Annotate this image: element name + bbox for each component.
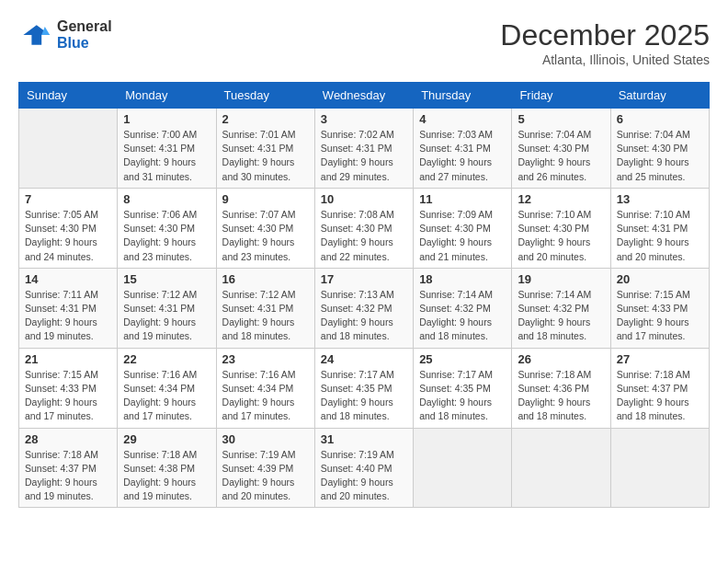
calendar-cell: 28Sunrise: 7:18 AMSunset: 4:37 PMDayligh… <box>19 428 118 508</box>
calendar-cell: 1Sunrise: 7:00 AMSunset: 4:31 PMDaylight… <box>118 109 216 189</box>
calendar-cell: 17Sunrise: 7:13 AMSunset: 4:32 PMDayligh… <box>314 268 413 348</box>
day-number: 25 <box>419 352 506 366</box>
day-info: Sunrise: 7:17 AMSunset: 4:35 PMDaylight:… <box>419 368 506 424</box>
day-number: 7 <box>25 192 111 206</box>
title-area: December 2025 Atlanta, Illinois, United … <box>500 18 710 67</box>
page-header: General Blue December 2025 Atlanta, Illi… <box>18 18 710 67</box>
day-info: Sunrise: 7:04 AMSunset: 4:30 PMDaylight:… <box>617 128 703 184</box>
day-info: Sunrise: 7:12 AMSunset: 4:31 PMDaylight:… <box>123 288 210 344</box>
day-info: Sunrise: 7:18 AMSunset: 4:36 PMDaylight:… <box>518 368 604 424</box>
month-title: December 2025 <box>500 18 710 52</box>
day-info: Sunrise: 7:16 AMSunset: 4:34 PMDaylight:… <box>222 368 309 424</box>
day-number: 20 <box>617 272 703 286</box>
day-info: Sunrise: 7:18 AMSunset: 4:37 PMDaylight:… <box>617 368 703 424</box>
calendar-cell <box>610 428 709 508</box>
day-number: 8 <box>123 192 210 206</box>
day-number: 30 <box>222 432 309 446</box>
calendar-cell: 20Sunrise: 7:15 AMSunset: 4:33 PMDayligh… <box>610 268 709 348</box>
day-info: Sunrise: 7:06 AMSunset: 4:30 PMDaylight:… <box>123 208 210 264</box>
day-number: 18 <box>419 272 506 286</box>
day-info: Sunrise: 7:01 AMSunset: 4:31 PMDaylight:… <box>222 128 309 184</box>
calendar-cell: 23Sunrise: 7:16 AMSunset: 4:34 PMDayligh… <box>216 348 314 428</box>
calendar-cell: 3Sunrise: 7:02 AMSunset: 4:31 PMDaylight… <box>314 109 413 189</box>
day-info: Sunrise: 7:15 AMSunset: 4:33 PMDaylight:… <box>617 288 703 344</box>
day-number: 9 <box>222 192 309 206</box>
calendar-cell: 27Sunrise: 7:18 AMSunset: 4:37 PMDayligh… <box>610 348 709 428</box>
day-info: Sunrise: 7:15 AMSunset: 4:33 PMDaylight:… <box>25 368 111 424</box>
day-info: Sunrise: 7:18 AMSunset: 4:37 PMDaylight:… <box>25 448 111 504</box>
day-number: 28 <box>25 432 111 446</box>
day-info: Sunrise: 7:18 AMSunset: 4:38 PMDaylight:… <box>123 448 210 504</box>
day-info: Sunrise: 7:03 AMSunset: 4:31 PMDaylight:… <box>419 128 506 184</box>
calendar-table: SundayMondayTuesdayWednesdayThursdayFrid… <box>18 82 710 508</box>
day-info: Sunrise: 7:09 AMSunset: 4:30 PMDaylight:… <box>419 208 506 264</box>
day-info: Sunrise: 7:14 AMSunset: 4:32 PMDaylight:… <box>518 288 604 344</box>
day-info: Sunrise: 7:19 AMSunset: 4:39 PMDaylight:… <box>222 448 309 504</box>
day-number: 11 <box>419 192 506 206</box>
weekday-header-sunday: Sunday <box>19 83 118 109</box>
calendar-cell <box>512 428 610 508</box>
day-number: 26 <box>518 352 604 366</box>
calendar-cell: 15Sunrise: 7:12 AMSunset: 4:31 PMDayligh… <box>118 268 216 348</box>
day-number: 23 <box>222 352 309 366</box>
calendar-week-4: 21Sunrise: 7:15 AMSunset: 4:33 PMDayligh… <box>19 348 710 428</box>
location-title: Atlanta, Illinois, United States <box>500 52 710 67</box>
day-info: Sunrise: 7:10 AMSunset: 4:30 PMDaylight:… <box>518 208 604 264</box>
day-info: Sunrise: 7:00 AMSunset: 4:31 PMDaylight:… <box>123 128 210 184</box>
day-number: 21 <box>25 352 111 366</box>
calendar-cell: 25Sunrise: 7:17 AMSunset: 4:35 PMDayligh… <box>414 348 512 428</box>
calendar-cell: 21Sunrise: 7:15 AMSunset: 4:33 PMDayligh… <box>19 348 118 428</box>
calendar-cell: 24Sunrise: 7:17 AMSunset: 4:35 PMDayligh… <box>314 348 413 428</box>
day-number: 10 <box>321 192 407 206</box>
logo-text: General Blue <box>57 18 112 51</box>
day-info: Sunrise: 7:14 AMSunset: 4:32 PMDaylight:… <box>419 288 506 344</box>
day-number: 16 <box>222 272 309 286</box>
calendar-week-5: 28Sunrise: 7:18 AMSunset: 4:37 PMDayligh… <box>19 428 710 508</box>
calendar-cell: 10Sunrise: 7:08 AMSunset: 4:30 PMDayligh… <box>314 188 413 268</box>
calendar-cell: 7Sunrise: 7:05 AMSunset: 4:30 PMDaylight… <box>19 188 118 268</box>
day-number: 22 <box>123 352 210 366</box>
day-info: Sunrise: 7:12 AMSunset: 4:31 PMDaylight:… <box>222 288 309 344</box>
calendar-cell: 9Sunrise: 7:07 AMSunset: 4:30 PMDaylight… <box>216 188 314 268</box>
calendar-cell <box>19 109 118 189</box>
weekday-header-friday: Friday <box>512 83 610 109</box>
calendar-cell: 11Sunrise: 7:09 AMSunset: 4:30 PMDayligh… <box>414 188 512 268</box>
calendar-cell: 29Sunrise: 7:18 AMSunset: 4:38 PMDayligh… <box>118 428 216 508</box>
day-info: Sunrise: 7:11 AMSunset: 4:31 PMDaylight:… <box>25 288 111 344</box>
day-info: Sunrise: 7:08 AMSunset: 4:30 PMDaylight:… <box>321 208 407 264</box>
day-number: 6 <box>617 112 703 126</box>
day-info: Sunrise: 7:16 AMSunset: 4:34 PMDaylight:… <box>123 368 210 424</box>
day-number: 12 <box>518 192 604 206</box>
weekday-header-saturday: Saturday <box>610 83 709 109</box>
day-info: Sunrise: 7:17 AMSunset: 4:35 PMDaylight:… <box>321 368 407 424</box>
day-info: Sunrise: 7:02 AMSunset: 4:31 PMDaylight:… <box>321 128 407 184</box>
weekday-header-monday: Monday <box>118 83 216 109</box>
calendar-week-3: 14Sunrise: 7:11 AMSunset: 4:31 PMDayligh… <box>19 268 710 348</box>
calendar-cell: 26Sunrise: 7:18 AMSunset: 4:36 PMDayligh… <box>512 348 610 428</box>
day-info: Sunrise: 7:13 AMSunset: 4:32 PMDaylight:… <box>321 288 407 344</box>
day-info: Sunrise: 7:10 AMSunset: 4:31 PMDaylight:… <box>617 208 703 264</box>
calendar-cell: 30Sunrise: 7:19 AMSunset: 4:39 PMDayligh… <box>216 428 314 508</box>
logo-general-text: General <box>57 18 112 35</box>
day-number: 3 <box>321 112 407 126</box>
calendar-cell: 14Sunrise: 7:11 AMSunset: 4:31 PMDayligh… <box>19 268 118 348</box>
logo: General Blue <box>18 18 112 52</box>
calendar-cell: 19Sunrise: 7:14 AMSunset: 4:32 PMDayligh… <box>512 268 610 348</box>
calendar-cell: 12Sunrise: 7:10 AMSunset: 4:30 PMDayligh… <box>512 188 610 268</box>
calendar-week-1: 1Sunrise: 7:00 AMSunset: 4:31 PMDaylight… <box>19 109 710 189</box>
day-number: 14 <box>25 272 111 286</box>
day-number: 17 <box>321 272 407 286</box>
weekday-header-thursday: Thursday <box>414 83 512 109</box>
calendar-week-2: 7Sunrise: 7:05 AMSunset: 4:30 PMDaylight… <box>19 188 710 268</box>
day-number: 2 <box>222 112 309 126</box>
logo-blue-text: Blue <box>57 35 112 52</box>
day-number: 19 <box>518 272 604 286</box>
day-number: 4 <box>419 112 506 126</box>
calendar-cell <box>414 428 512 508</box>
day-info: Sunrise: 7:04 AMSunset: 4:30 PMDaylight:… <box>518 128 604 184</box>
logo-icon <box>18 18 51 52</box>
calendar-cell: 2Sunrise: 7:01 AMSunset: 4:31 PMDaylight… <box>216 109 314 189</box>
day-number: 15 <box>123 272 210 286</box>
day-number: 13 <box>617 192 703 206</box>
calendar-cell: 31Sunrise: 7:19 AMSunset: 4:40 PMDayligh… <box>314 428 413 508</box>
